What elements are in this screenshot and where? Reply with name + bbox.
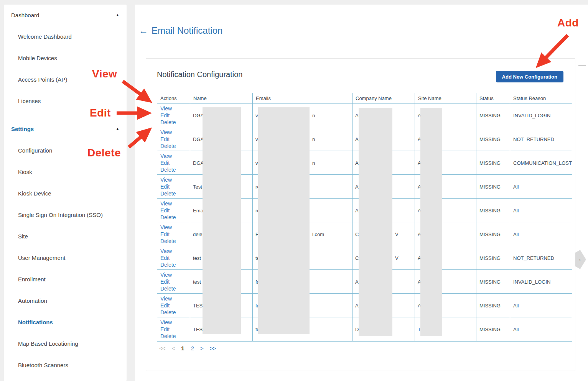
view-link[interactable]: View [160, 200, 190, 207]
redacted-block-emails [258, 107, 310, 334]
delete-link[interactable]: Delete [160, 119, 190, 126]
name-value: dele [193, 231, 203, 237]
name-value: DGA [193, 112, 204, 118]
sidebar-section-settings[interactable]: Settings ▲ [11, 125, 119, 133]
status-reason-value: All [513, 207, 519, 213]
pagination-1: 1 [181, 345, 184, 351]
email-value-suffix: n [312, 112, 315, 118]
status-cell: MISSING [476, 199, 510, 222]
edit-link[interactable]: Edit [160, 302, 190, 309]
sidebar-item-welcome-dashboard[interactable]: Welcome Dashboard [18, 32, 122, 41]
status-reason-cell: NOT_RETURNED [510, 127, 572, 151]
status-cell: MISSING [476, 151, 510, 174]
company-value-suffix: V [395, 255, 399, 261]
edit-link[interactable]: Edit [160, 231, 190, 238]
actions-cell: View Edit Delete [157, 317, 190, 341]
email-value-suffix: l.com [312, 231, 324, 237]
sidebar-item-mobile-devices[interactable]: Mobile Devices [18, 54, 122, 62]
sidebar-item-enrollment[interactable]: Enrollment [18, 275, 122, 283]
view-link[interactable]: View [160, 129, 190, 136]
status-reason-value: NOT_RETURNED [513, 255, 554, 261]
delete-link[interactable]: Delete [160, 285, 190, 292]
delete-link[interactable]: Delete [160, 238, 190, 245]
actions-cell: View Edit Delete [157, 175, 190, 198]
sidebar-item-access-points-ap[interactable]: Access Points (AP) [18, 75, 122, 84]
delete-link[interactable]: Delete [160, 143, 190, 149]
view-link[interactable]: View [160, 271, 190, 278]
view-link[interactable]: View [160, 319, 190, 326]
sidebar-item-user-management[interactable]: User Management [18, 253, 122, 262]
status-cell: MISSING [476, 222, 510, 246]
pagination-next[interactable]: > [200, 345, 203, 351]
pagination-nextnext[interactable]: >> [210, 345, 216, 351]
status-reason-cell: All [510, 317, 572, 341]
view-link[interactable]: View [160, 153, 190, 159]
actions-cell: View Edit Delete [157, 199, 190, 222]
status-value: MISSING [479, 160, 501, 166]
sidebar-item-kiosk[interactable]: Kiosk [18, 168, 122, 176]
redacted-block-company [359, 108, 392, 336]
edit-link[interactable]: Edit [160, 183, 190, 190]
delete-link[interactable]: Delete [160, 166, 190, 173]
back-arrow-icon[interactable]: ← [139, 25, 148, 36]
sidebar-item-bluetooth-scanners[interactable]: Bluetooth Scanners [18, 361, 122, 369]
delete-link[interactable]: Delete [160, 214, 190, 221]
sidebar-item-kiosk-device[interactable]: Kiosk Device [18, 189, 122, 197]
actions-cell: View Edit Delete [157, 270, 190, 293]
status-reason-value: All [513, 302, 519, 308]
edit-link[interactable]: Edit [160, 255, 190, 261]
sidebar-item-single-sign-on-integration-sso[interactable]: Single Sign On Integration (SSO) [18, 210, 122, 219]
add-new-configuration-button[interactable]: Add New Configuration [496, 71, 563, 82]
actions-cell: View Edit Delete [157, 222, 190, 246]
edit-link[interactable]: Edit [160, 278, 190, 285]
pagination-prev: < [172, 345, 175, 351]
delete-link[interactable]: Delete [160, 190, 190, 197]
status-value: MISSING [479, 112, 501, 118]
scrollbar-dash [578, 65, 586, 66]
status-cell: MISSING [476, 270, 510, 293]
sidebar-divider [9, 119, 121, 119]
sidebar-item-site[interactable]: Site [18, 232, 122, 240]
status-cell: MISSING [476, 317, 510, 341]
edit-link[interactable]: Edit [160, 207, 190, 214]
card-title: Notification Configuration [157, 70, 242, 79]
view-link[interactable]: View [160, 248, 190, 255]
delete-link[interactable]: Delete [160, 333, 190, 340]
name-value: DGA [193, 136, 204, 142]
view-link[interactable]: View [160, 176, 190, 183]
status-reason-value: INVALID_LOGIN [513, 112, 550, 118]
status-reason-value: INVALID_LOGIN [513, 279, 550, 284]
name-value: TES [193, 302, 203, 308]
email-value-suffix: n [312, 136, 315, 142]
sidebar-item-licenses[interactable]: Licenses [18, 97, 122, 105]
edit-link[interactable]: Edit [160, 112, 190, 119]
status-value: MISSING [479, 136, 501, 142]
view-link[interactable]: View [160, 105, 190, 112]
column-header-name: Name [190, 93, 253, 103]
edit-link[interactable]: Edit [160, 326, 190, 333]
actions-cell: View Edit Delete [157, 294, 190, 317]
sidebar-section-label: Dashboard [11, 12, 39, 18]
name-value: test [193, 255, 201, 261]
sidebar-item-map-based-locationing[interactable]: Map Based Locationing [18, 339, 122, 348]
pagination-2[interactable]: 2 [191, 345, 194, 351]
status-cell: MISSING [476, 127, 510, 151]
sidebar-section-dashboard[interactable]: Dashboard ▲ [11, 11, 119, 19]
edit-link[interactable]: Edit [160, 136, 190, 143]
sidebar-item-notifications[interactable]: Notifications [18, 318, 122, 326]
status-cell: MISSING [476, 175, 510, 198]
delete-link[interactable]: Delete [160, 261, 190, 268]
view-link[interactable]: View [160, 295, 190, 302]
sidebar-item-configuration[interactable]: Configuration [18, 146, 122, 154]
edit-link[interactable]: Edit [160, 159, 190, 166]
column-header-emails: Emails [253, 93, 352, 103]
name-value: Test [193, 184, 202, 189]
status-value: MISSING [479, 327, 501, 332]
status-cell: MISSING [476, 246, 510, 269]
drawer-expand-handle[interactable]: › [575, 250, 586, 269]
page-title: ← Email Notification [139, 25, 222, 37]
delete-link[interactable]: Delete [160, 309, 190, 316]
actions-cell: View Edit Delete [157, 151, 190, 174]
sidebar-item-automation[interactable]: Automation [18, 296, 122, 305]
view-link[interactable]: View [160, 224, 190, 231]
